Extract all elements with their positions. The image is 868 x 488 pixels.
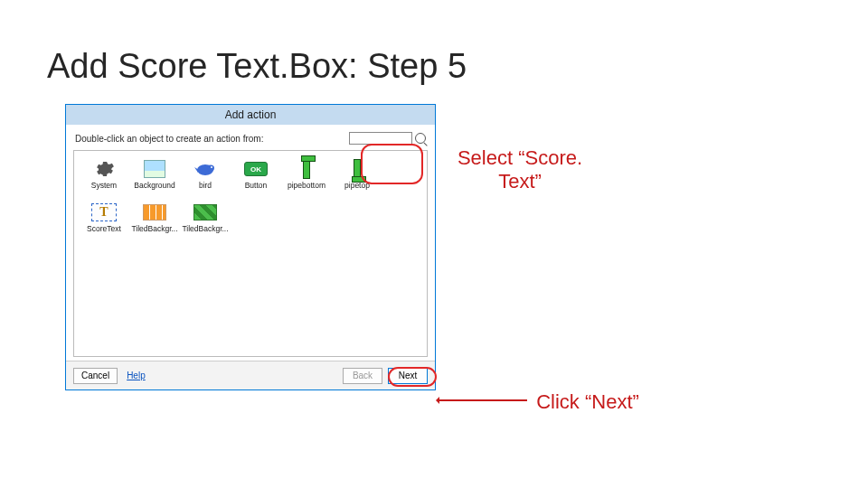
annotation-select-scoretext: Select “Score. Text” <box>457 146 583 194</box>
svg-point-1 <box>207 165 214 172</box>
object-tiledbg1[interactable]: TiledBackgr... <box>129 199 180 242</box>
annotation-click-next: Click “Next” <box>524 390 651 414</box>
sky-icon <box>144 160 165 178</box>
search-icon[interactable] <box>415 133 426 144</box>
button-icon: OK <box>244 162 268 176</box>
arrow-to-next <box>439 399 527 401</box>
slide-title: Add Score Text.Box: Step 5 <box>47 47 467 86</box>
dialog-instruction-row: Double-click an object to create an acti… <box>66 125 435 148</box>
object-label: Button <box>245 182 268 190</box>
svg-point-2 <box>211 166 212 168</box>
object-system[interactable]: System <box>79 155 129 199</box>
object-label: pipetop <box>344 182 370 190</box>
object-pipetop[interactable]: pipetop <box>332 155 382 199</box>
object-label: TiledBackgr... <box>131 225 177 233</box>
search-input[interactable] <box>349 132 412 145</box>
object-label: pipebottom <box>288 182 326 190</box>
pipe-top-icon <box>354 159 361 179</box>
search-wrap <box>349 132 426 145</box>
object-scoretext[interactable]: T ScoreText <box>79 199 129 242</box>
cancel-button[interactable]: Cancel <box>73 368 118 384</box>
back-button[interactable]: Back <box>343 368 382 384</box>
objects-area: System Background bird OK Button pipebot… <box>73 150 428 357</box>
object-label: Background <box>134 182 175 190</box>
help-link[interactable]: Help <box>127 371 146 380</box>
text-icon: T <box>91 203 117 221</box>
object-pipebottom[interactable]: pipebottom <box>281 155 332 199</box>
object-tiledbg2[interactable]: TiledBackgr... <box>180 199 231 242</box>
dialog-instruction-text: Double-click an object to create an acti… <box>75 134 263 144</box>
object-bird[interactable]: bird <box>180 155 231 199</box>
objects-grid: System Background bird OK Button pipebot… <box>79 155 422 242</box>
add-action-dialog: Add action Double-click an object to cre… <box>65 104 436 390</box>
next-button[interactable]: Next <box>388 368 428 384</box>
pipe-bottom-icon <box>303 159 310 179</box>
object-label: ScoreText <box>87 225 121 233</box>
tiled-bg-icon <box>193 204 217 221</box>
gear-icon <box>91 157 117 181</box>
dialog-footer: Cancel Help Back Next <box>66 361 435 389</box>
object-label: bird <box>199 182 212 190</box>
object-label: TiledBackgr... <box>182 225 228 233</box>
object-background[interactable]: Background <box>129 155 180 199</box>
object-label: System <box>91 182 117 190</box>
tiled-bg-icon <box>143 204 166 221</box>
bird-icon <box>193 157 218 181</box>
object-button[interactable]: OK Button <box>231 155 281 199</box>
dialog-titlebar: Add action <box>66 105 435 125</box>
